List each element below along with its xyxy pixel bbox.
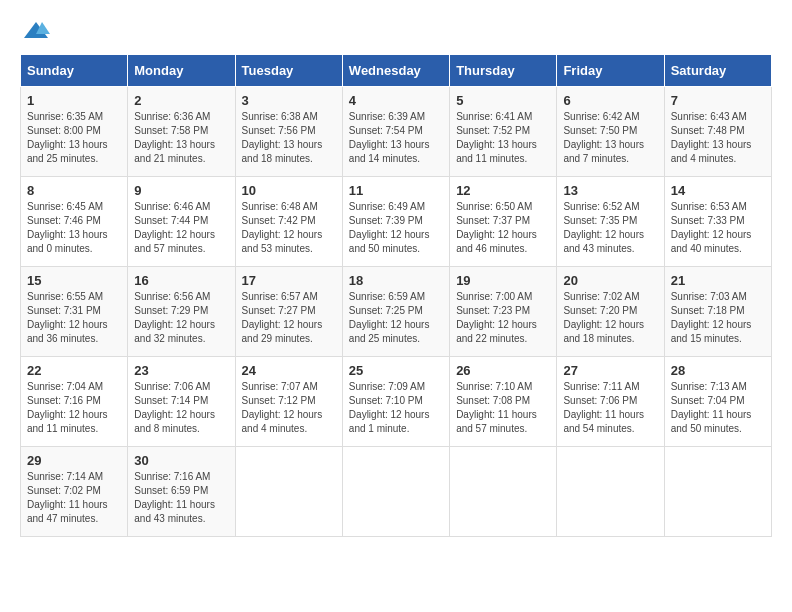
calendar-cell: 13Sunrise: 6:52 AMSunset: 7:35 PMDayligh…	[557, 177, 664, 267]
day-info: Sunrise: 7:04 AMSunset: 7:16 PMDaylight:…	[27, 380, 121, 436]
day-number: 27	[563, 363, 657, 378]
day-info: Sunrise: 7:00 AMSunset: 7:23 PMDaylight:…	[456, 290, 550, 346]
day-number: 29	[27, 453, 121, 468]
calendar-cell: 18Sunrise: 6:59 AMSunset: 7:25 PMDayligh…	[342, 267, 449, 357]
calendar-cell: 15Sunrise: 6:55 AMSunset: 7:31 PMDayligh…	[21, 267, 128, 357]
day-number: 9	[134, 183, 228, 198]
weekday-header-tuesday: Tuesday	[235, 55, 342, 87]
day-number: 21	[671, 273, 765, 288]
day-info: Sunrise: 7:09 AMSunset: 7:10 PMDaylight:…	[349, 380, 443, 436]
calendar-cell: 4Sunrise: 6:39 AMSunset: 7:54 PMDaylight…	[342, 87, 449, 177]
calendar-cell: 28Sunrise: 7:13 AMSunset: 7:04 PMDayligh…	[664, 357, 771, 447]
weekday-header-friday: Friday	[557, 55, 664, 87]
day-number: 4	[349, 93, 443, 108]
calendar-cell	[450, 447, 557, 537]
calendar-cell: 9Sunrise: 6:46 AMSunset: 7:44 PMDaylight…	[128, 177, 235, 267]
day-number: 24	[242, 363, 336, 378]
calendar-cell: 26Sunrise: 7:10 AMSunset: 7:08 PMDayligh…	[450, 357, 557, 447]
calendar-cell	[664, 447, 771, 537]
day-info: Sunrise: 7:11 AMSunset: 7:06 PMDaylight:…	[563, 380, 657, 436]
day-info: Sunrise: 6:42 AMSunset: 7:50 PMDaylight:…	[563, 110, 657, 166]
day-info: Sunrise: 7:03 AMSunset: 7:18 PMDaylight:…	[671, 290, 765, 346]
day-number: 3	[242, 93, 336, 108]
calendar-cell	[342, 447, 449, 537]
day-info: Sunrise: 6:41 AMSunset: 7:52 PMDaylight:…	[456, 110, 550, 166]
calendar-table: SundayMondayTuesdayWednesdayThursdayFrid…	[20, 54, 772, 537]
day-info: Sunrise: 7:06 AMSunset: 7:14 PMDaylight:…	[134, 380, 228, 436]
day-number: 28	[671, 363, 765, 378]
calendar-cell: 3Sunrise: 6:38 AMSunset: 7:56 PMDaylight…	[235, 87, 342, 177]
day-number: 16	[134, 273, 228, 288]
day-number: 2	[134, 93, 228, 108]
day-info: Sunrise: 6:35 AMSunset: 8:00 PMDaylight:…	[27, 110, 121, 166]
calendar-cell: 2Sunrise: 6:36 AMSunset: 7:58 PMDaylight…	[128, 87, 235, 177]
calendar-cell: 17Sunrise: 6:57 AMSunset: 7:27 PMDayligh…	[235, 267, 342, 357]
calendar-cell: 21Sunrise: 7:03 AMSunset: 7:18 PMDayligh…	[664, 267, 771, 357]
day-info: Sunrise: 6:38 AMSunset: 7:56 PMDaylight:…	[242, 110, 336, 166]
calendar-cell: 5Sunrise: 6:41 AMSunset: 7:52 PMDaylight…	[450, 87, 557, 177]
day-info: Sunrise: 7:02 AMSunset: 7:20 PMDaylight:…	[563, 290, 657, 346]
day-info: Sunrise: 7:10 AMSunset: 7:08 PMDaylight:…	[456, 380, 550, 436]
day-number: 22	[27, 363, 121, 378]
day-number: 5	[456, 93, 550, 108]
calendar-cell	[235, 447, 342, 537]
day-info: Sunrise: 7:14 AMSunset: 7:02 PMDaylight:…	[27, 470, 121, 526]
day-number: 26	[456, 363, 550, 378]
day-number: 19	[456, 273, 550, 288]
day-number: 25	[349, 363, 443, 378]
calendar-cell: 16Sunrise: 6:56 AMSunset: 7:29 PMDayligh…	[128, 267, 235, 357]
page-header	[20, 20, 772, 38]
calendar-cell: 8Sunrise: 6:45 AMSunset: 7:46 PMDaylight…	[21, 177, 128, 267]
calendar-cell: 29Sunrise: 7:14 AMSunset: 7:02 PMDayligh…	[21, 447, 128, 537]
day-info: Sunrise: 7:16 AMSunset: 6:59 PMDaylight:…	[134, 470, 228, 526]
day-number: 13	[563, 183, 657, 198]
day-info: Sunrise: 6:59 AMSunset: 7:25 PMDaylight:…	[349, 290, 443, 346]
weekday-header-sunday: Sunday	[21, 55, 128, 87]
weekday-header-wednesday: Wednesday	[342, 55, 449, 87]
logo	[20, 20, 50, 38]
day-info: Sunrise: 6:36 AMSunset: 7:58 PMDaylight:…	[134, 110, 228, 166]
day-number: 18	[349, 273, 443, 288]
day-number: 12	[456, 183, 550, 198]
calendar-cell: 14Sunrise: 6:53 AMSunset: 7:33 PMDayligh…	[664, 177, 771, 267]
day-number: 23	[134, 363, 228, 378]
calendar-cell: 23Sunrise: 7:06 AMSunset: 7:14 PMDayligh…	[128, 357, 235, 447]
weekday-header-thursday: Thursday	[450, 55, 557, 87]
day-info: Sunrise: 6:50 AMSunset: 7:37 PMDaylight:…	[456, 200, 550, 256]
day-number: 6	[563, 93, 657, 108]
calendar-cell: 7Sunrise: 6:43 AMSunset: 7:48 PMDaylight…	[664, 87, 771, 177]
day-info: Sunrise: 6:52 AMSunset: 7:35 PMDaylight:…	[563, 200, 657, 256]
day-number: 30	[134, 453, 228, 468]
calendar-cell	[557, 447, 664, 537]
day-number: 10	[242, 183, 336, 198]
day-info: Sunrise: 6:57 AMSunset: 7:27 PMDaylight:…	[242, 290, 336, 346]
calendar-cell: 12Sunrise: 6:50 AMSunset: 7:37 PMDayligh…	[450, 177, 557, 267]
day-number: 17	[242, 273, 336, 288]
day-info: Sunrise: 7:13 AMSunset: 7:04 PMDaylight:…	[671, 380, 765, 436]
calendar-cell: 22Sunrise: 7:04 AMSunset: 7:16 PMDayligh…	[21, 357, 128, 447]
calendar-cell: 1Sunrise: 6:35 AMSunset: 8:00 PMDaylight…	[21, 87, 128, 177]
day-info: Sunrise: 6:45 AMSunset: 7:46 PMDaylight:…	[27, 200, 121, 256]
calendar-cell: 20Sunrise: 7:02 AMSunset: 7:20 PMDayligh…	[557, 267, 664, 357]
day-info: Sunrise: 6:53 AMSunset: 7:33 PMDaylight:…	[671, 200, 765, 256]
calendar-cell: 25Sunrise: 7:09 AMSunset: 7:10 PMDayligh…	[342, 357, 449, 447]
calendar-cell: 27Sunrise: 7:11 AMSunset: 7:06 PMDayligh…	[557, 357, 664, 447]
day-info: Sunrise: 6:39 AMSunset: 7:54 PMDaylight:…	[349, 110, 443, 166]
day-number: 1	[27, 93, 121, 108]
day-info: Sunrise: 6:56 AMSunset: 7:29 PMDaylight:…	[134, 290, 228, 346]
day-info: Sunrise: 6:49 AMSunset: 7:39 PMDaylight:…	[349, 200, 443, 256]
day-info: Sunrise: 6:46 AMSunset: 7:44 PMDaylight:…	[134, 200, 228, 256]
day-info: Sunrise: 7:07 AMSunset: 7:12 PMDaylight:…	[242, 380, 336, 436]
logo-icon	[22, 20, 50, 42]
day-number: 8	[27, 183, 121, 198]
day-info: Sunrise: 6:55 AMSunset: 7:31 PMDaylight:…	[27, 290, 121, 346]
weekday-header-saturday: Saturday	[664, 55, 771, 87]
calendar-cell: 30Sunrise: 7:16 AMSunset: 6:59 PMDayligh…	[128, 447, 235, 537]
day-info: Sunrise: 6:48 AMSunset: 7:42 PMDaylight:…	[242, 200, 336, 256]
day-info: Sunrise: 6:43 AMSunset: 7:48 PMDaylight:…	[671, 110, 765, 166]
calendar-cell: 6Sunrise: 6:42 AMSunset: 7:50 PMDaylight…	[557, 87, 664, 177]
day-number: 11	[349, 183, 443, 198]
day-number: 14	[671, 183, 765, 198]
calendar-cell: 10Sunrise: 6:48 AMSunset: 7:42 PMDayligh…	[235, 177, 342, 267]
calendar-cell: 11Sunrise: 6:49 AMSunset: 7:39 PMDayligh…	[342, 177, 449, 267]
